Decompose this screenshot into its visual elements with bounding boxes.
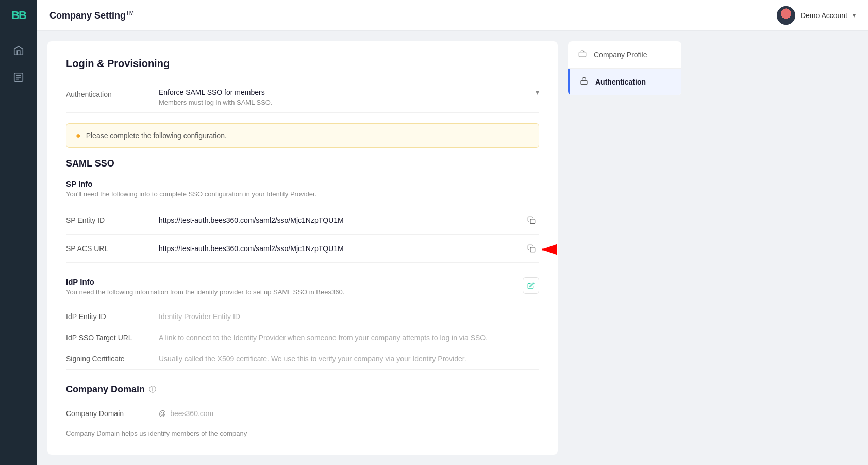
warning-box: ● Please complete the following configur…: [66, 123, 539, 148]
copy-icon-2: [527, 244, 536, 253]
app-logo: BB: [11, 9, 26, 22]
user-name: Demo Account: [800, 11, 847, 20]
auth-select-row: Enforce SAML SSO for members ▾: [159, 88, 539, 96]
auth-sublabel: Members must log in with SAML SSO.: [159, 98, 539, 106]
svg-rect-5: [579, 52, 586, 57]
saml-title: SAML SSO: [66, 158, 539, 169]
avatar-image: [777, 6, 795, 25]
signing-cert-label: Signing Certificate: [66, 355, 159, 363]
sp-entity-id-value: https://test-auth.bees360.com/saml2/sso/…: [159, 216, 524, 224]
idp-sso-target-label: IdP SSO Target URL: [66, 334, 159, 342]
company-domain-label: Company Domain: [66, 409, 159, 418]
sp-acs-url-label: SP ACS URL: [66, 244, 159, 253]
red-arrow-icon: [539, 242, 558, 257]
company-domain-title-row: Company Domain ⓘ: [66, 384, 539, 395]
domain-value-wrapper: @ bees360.com: [159, 409, 539, 418]
top-header: Company SettingTM Demo Account ▾: [37, 0, 868, 31]
sp-info-title: SP Info: [66, 179, 539, 188]
edit-idp-button[interactable]: [523, 277, 539, 294]
idp-entity-id-row: IdP Entity ID Identity Provider Entity I…: [66, 306, 539, 327]
edit-icon: [527, 282, 535, 289]
nav-item-company-profile[interactable]: Company Profile: [568, 41, 681, 69]
user-menu[interactable]: Demo Account ▾: [777, 6, 856, 25]
lock-icon: [579, 77, 589, 87]
idp-title-group: IdP Info You need the following informat…: [66, 277, 344, 304]
briefcase-icon: [577, 49, 588, 60]
sp-acs-url-row: SP ACS URL https://test-auth.bees360.com…: [66, 235, 539, 263]
svg-rect-6: [581, 80, 587, 84]
sidebar: BB: [0, 0, 37, 465]
reports-icon: [13, 72, 24, 83]
sidebar-item-home[interactable]: [7, 39, 30, 62]
sp-info-desc: You'll need the following info to comple…: [66, 190, 539, 198]
red-arrow-indicator: [539, 240, 558, 257]
content-area: Login & Provisioning Authentication Enfo…: [37, 31, 868, 465]
idp-info-section: IdP Info You need the following informat…: [66, 277, 539, 370]
idp-entity-id-placeholder: Identity Provider Entity ID: [159, 312, 539, 321]
idp-info-title: IdP Info: [66, 277, 344, 286]
idp-sso-target-placeholder: A link to connect to the Identity Provid…: [159, 334, 539, 342]
page-title: Company SettingTM: [49, 10, 134, 21]
svg-rect-2: [530, 247, 535, 252]
sidebar-nav: [0, 31, 37, 89]
auth-label: Authentication: [66, 88, 159, 98]
copy-entity-id-button[interactable]: [524, 212, 539, 228]
avatar: [777, 6, 795, 25]
idp-entity-id-label: IdP Entity ID: [66, 312, 159, 321]
dropdown-arrow-icon[interactable]: ▾: [536, 88, 539, 96]
sidebar-logo: BB: [0, 0, 37, 31]
auth-row: Authentication Enforce SAML SSO for memb…: [66, 82, 539, 113]
auth-value-wrapper: Enforce SAML SSO for members ▾ Members m…: [159, 88, 539, 106]
nav-item-company-profile-label: Company Profile: [594, 51, 647, 59]
company-domain-title: Company Domain: [66, 384, 145, 395]
main-content-card: Login & Provisioning Authentication Enfo…: [47, 41, 558, 455]
sp-entity-id-row: SP Entity ID https://test-auth.bees360.c…: [66, 206, 539, 235]
idp-sso-target-row: IdP SSO Target URL A link to connect to …: [66, 327, 539, 348]
right-panel: Company Profile Authentication: [568, 41, 681, 455]
warning-text: Please complete the following configurat…: [86, 131, 227, 140]
sidebar-item-reports[interactable]: [7, 66, 30, 89]
signing-cert-placeholder: Usually called the X509 certificate. We …: [159, 355, 539, 363]
home-icon: [13, 45, 24, 56]
company-domain-section: Company Domain ⓘ Company Domain @ bees36…: [66, 384, 539, 442]
nav-item-authentication-label: Authentication: [595, 78, 646, 86]
auth-value: Enforce SAML SSO for members: [159, 88, 265, 96]
signing-cert-row: Signing Certificate Usually called the X…: [66, 348, 539, 370]
svg-rect-1: [530, 219, 535, 224]
sp-entity-id-label: SP Entity ID: [66, 216, 159, 224]
idp-header: IdP Info You need the following informat…: [66, 277, 539, 304]
section-title: Login & Provisioning: [66, 58, 539, 70]
domain-help-text: Company Domain helps us identify members…: [66, 424, 539, 442]
company-domain-row: Company Domain @ bees360.com: [66, 403, 539, 424]
right-nav: Company Profile Authentication: [568, 41, 681, 95]
nav-item-authentication[interactable]: Authentication: [568, 69, 681, 95]
sp-info-section: SP Info You'll need the following info t…: [66, 179, 539, 263]
idp-info-desc: You need the following information from …: [66, 288, 344, 296]
sp-acs-url-value: https://test-auth.bees360.com/saml2/sso/…: [159, 244, 524, 253]
chevron-down-icon: ▾: [853, 12, 856, 19]
info-circle-icon[interactable]: ⓘ: [149, 385, 156, 394]
warning-icon: ●: [76, 131, 81, 140]
main-wrapper: Company SettingTM Demo Account ▾ Login &…: [37, 0, 868, 465]
copy-acs-url-button[interactable]: [524, 241, 539, 256]
copy-icon: [527, 216, 536, 224]
at-sign-icon: @: [159, 409, 166, 418]
domain-input-placeholder: bees360.com: [170, 409, 213, 418]
